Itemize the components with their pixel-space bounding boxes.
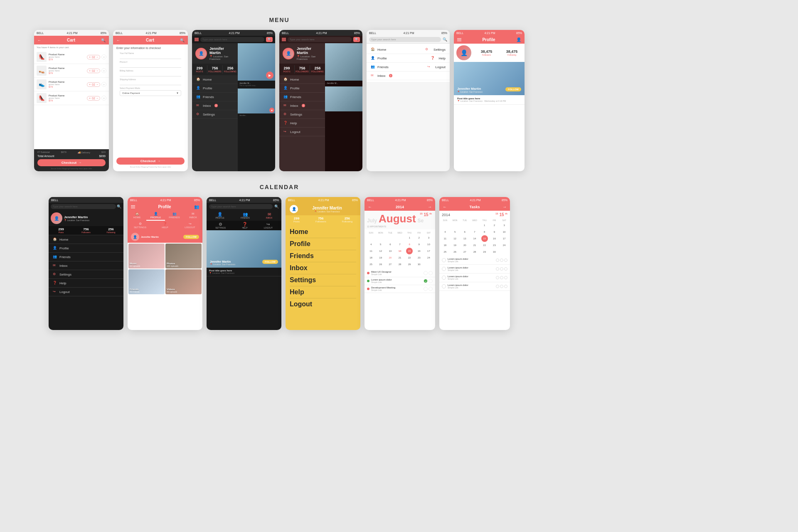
sidebar-item-help-4[interactable]: ❓ Help — [279, 119, 325, 128]
full-name-input[interactable] — [120, 55, 181, 59]
cart-item-qty[interactable]: + 02 − — [87, 69, 100, 73]
task-action-btn[interactable] — [500, 267, 503, 271]
task-check-4[interactable] — [442, 284, 446, 288]
sidebar-item-settings-7[interactable]: ⚙ Settings — [49, 270, 123, 279]
remove-item-btn[interactable]: × — [101, 82, 106, 87]
task-check-3[interactable] — [442, 276, 446, 280]
remove-item-btn[interactable]: × — [101, 96, 106, 101]
search-icon[interactable]: 🔍 — [180, 38, 185, 42]
task-action-btn[interactable] — [496, 276, 499, 279]
yellow-menu-profile[interactable]: Profile — [290, 238, 356, 250]
media-music[interactable]: Music 60 Uploads — [128, 244, 165, 268]
tab-logout-8[interactable]: ↪ LOGOUT — [177, 221, 202, 230]
yellow-menu-inbox[interactable]: Inbox — [290, 262, 356, 274]
shipping-input[interactable] — [120, 81, 181, 85]
sidebar-item-home-4[interactable]: 🏠 Home — [279, 75, 325, 84]
payment-select[interactable]: Online Payment ▼ — [120, 90, 181, 96]
appt-action[interactable] — [429, 271, 433, 275]
appt-action[interactable] — [429, 279, 433, 283]
task-action-btn[interactable] — [500, 276, 503, 279]
sidebar-item-inbox-4[interactable]: ✉ Inbox 3 — [279, 101, 325, 110]
task-action-btn[interactable] — [504, 259, 507, 262]
checkout-button[interactable]: Checkout → — [37, 159, 106, 166]
task-action-btn[interactable] — [496, 259, 499, 262]
sidebar-item-settings-4[interactable]: ⚙ Settings — [279, 110, 325, 119]
sidebar-item-help-7[interactable]: ❓ Help — [49, 279, 123, 288]
sidebar-item-inbox[interactable]: ✉ Inbox 3 — [192, 101, 238, 110]
sidebar-item-profile-4[interactable]: 👤 Profile — [279, 84, 325, 93]
search-icon[interactable]: 🔍 — [101, 38, 106, 42]
nav-logout-9[interactable]: ↪ LOGOUT — [264, 222, 273, 229]
tab-inbox-8[interactable]: ✉ INBOX — [184, 211, 202, 221]
nav-help-9[interactable]: ❓ HELP — [242, 222, 247, 229]
cal-next-btn[interactable]: → — [428, 204, 432, 209]
yellow-menu-logout[interactable]: Logout — [290, 298, 356, 310]
search-btn-4[interactable]: 🔍 — [353, 37, 360, 42]
sidebar-item-logout-7[interactable]: ↪ Logout — [49, 288, 123, 296]
tasks-next-btn[interactable]: → — [502, 204, 507, 209]
hamburger-icon-4[interactable] — [282, 38, 286, 41]
yellow-menu-help[interactable]: Help — [290, 286, 356, 298]
search-input-7[interactable]: Type your search here — [51, 204, 116, 209]
task-check-1[interactable] — [442, 258, 446, 262]
sidebar-item-home[interactable]: 🏠 Home — [192, 75, 238, 84]
hamburger-icon-6[interactable] — [457, 38, 461, 42]
search-submit-button[interactable]: 🔍 — [266, 37, 273, 42]
cal-prev-btn[interactable]: ← — [368, 204, 372, 209]
tasks-prev-btn[interactable]: ← — [443, 204, 447, 209]
appt-action[interactable] — [424, 271, 428, 275]
follow-btn-9[interactable]: FOLLOW — [262, 257, 278, 264]
search-icon-7[interactable]: 🔍 — [117, 204, 121, 209]
yellow-menu-friends[interactable]: Friends — [290, 250, 356, 262]
cart-item-qty[interactable]: + 02 − — [87, 82, 100, 87]
media-videos[interactable]: Videos 45 Uploads — [165, 269, 202, 294]
task-action-btn[interactable] — [496, 285, 499, 288]
billing-input[interactable] — [120, 72, 181, 76]
sidebar-item-inbox-7[interactable]: ✉ Inbox — [49, 261, 123, 270]
tab-settings-8[interactable]: ⚙ SETTINGS — [128, 221, 153, 230]
appt-action[interactable] — [429, 287, 433, 291]
cart-item-qty[interactable]: + 02 − — [87, 96, 100, 101]
task-action-btn[interactable] — [500, 285, 503, 288]
tab-help-8[interactable]: ❓ HELP — [153, 221, 177, 230]
tab-profile-8[interactable]: 👤 PROFILE — [146, 211, 165, 221]
sidebar-item-friends-7[interactable]: 👥 Friends — [49, 253, 123, 261]
sidebar-item-profile[interactable]: 👤 Profile — [192, 84, 238, 93]
light-menu-inbox[interactable]: ✉ Inbox 3 — [367, 71, 450, 80]
nav-settings-9[interactable]: ⚙ SETTINGS — [215, 222, 226, 229]
sidebar-item-friends[interactable]: 👥 Friends — [192, 93, 238, 101]
search-input-4[interactable]: Type your search here — [288, 37, 352, 42]
search-icon-5[interactable]: 🔍 — [443, 37, 447, 42]
light-menu-profile[interactable]: 👤 Profile ❓ Help — [367, 54, 450, 63]
nav-friends-9[interactable]: 👥 FRIENDS — [241, 212, 250, 219]
play-btn[interactable]: ▶ — [264, 70, 275, 81]
checkout-submit-button[interactable]: Checkout → — [116, 158, 185, 165]
remove-item-btn[interactable]: × — [101, 68, 106, 73]
appt-action[interactable] — [424, 287, 428, 291]
light-menu-home[interactable]: 🏠 Home ⚙ Settings — [367, 45, 450, 54]
task-action-btn[interactable] — [504, 285, 507, 288]
search-icon-9[interactable]: 🔍 — [274, 204, 279, 209]
sidebar-item-profile-7[interactable]: 👤 Profile — [49, 244, 123, 253]
search-input-field[interactable]: Type your search here — [200, 37, 264, 42]
search-input-9[interactable]: Type your search here — [209, 204, 273, 209]
sidebar-item-home-7[interactable]: 🏠 Home — [49, 235, 123, 244]
cart-item-qty[interactable]: + 02 − — [87, 55, 100, 59]
follow-btn-6[interactable]: FOLLOW — [505, 84, 521, 92]
follow-btn-8[interactable]: FOLLOW — [183, 235, 199, 239]
media-friends[interactable]: Friends 45 Friends — [128, 269, 165, 294]
heart-button[interactable]: ♥ — [269, 108, 274, 113]
sidebar-item-settings[interactable]: ⚙ Settings — [192, 110, 238, 119]
media-photos[interactable]: Photos 100 Uploads — [165, 244, 202, 268]
task-action-btn[interactable] — [504, 276, 507, 279]
sidebar-item-logout-4[interactable]: ↪ Logout — [279, 128, 325, 136]
tab-friends-8[interactable]: 👥 FRIENDS — [165, 211, 184, 221]
phone-input[interactable] — [120, 64, 181, 68]
nav-profile-9[interactable]: 👤 PROFILE — [216, 212, 224, 219]
nav-inbox-9[interactable]: ✉ INBOX — [266, 212, 273, 219]
remove-item-btn[interactable]: × — [101, 54, 106, 59]
search-input-5[interactable]: Type your search here — [369, 37, 441, 42]
light-menu-friends[interactable]: 👥 Friends ↪ Logout — [367, 63, 450, 71]
yellow-menu-settings[interactable]: Settings — [290, 274, 356, 286]
task-action-btn[interactable] — [496, 267, 499, 271]
